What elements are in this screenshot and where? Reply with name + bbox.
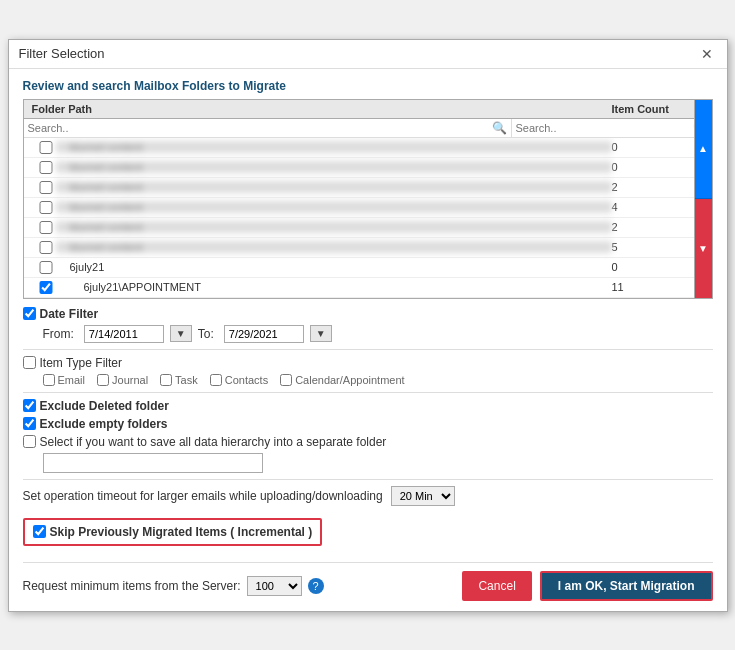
from-date-input[interactable]	[84, 325, 164, 343]
search-left: 🔍	[24, 119, 512, 137]
row-checkbox[interactable]	[38, 281, 54, 294]
item-type-filter-checkbox[interactable]	[23, 356, 36, 369]
separator-1	[23, 349, 713, 350]
save-hierarchy-text: Select if you want to save all data hier…	[40, 435, 387, 449]
timeout-row: Set operation timeout for larger emails …	[23, 486, 713, 506]
row-folder-name: 6july21\APPOINTMENT	[56, 281, 612, 293]
close-button[interactable]: ✕	[697, 46, 717, 62]
title-bar: Filter Selection ✕	[9, 40, 727, 69]
item-type-task[interactable]: Task	[160, 374, 198, 386]
help-icon[interactable]: ?	[308, 578, 324, 594]
search-row: 🔍 🔍	[24, 119, 712, 138]
search-right: 🔍	[512, 119, 712, 137]
to-date-picker-btn[interactable]: ▼	[310, 325, 332, 342]
bottom-row: Request minimum items from the Server: 1…	[23, 562, 713, 601]
table-row[interactable]: blurred content4	[24, 198, 712, 218]
table-row[interactable]: 6july210	[24, 258, 712, 278]
item-type-filter-label[interactable]: Item Type Filter	[23, 356, 713, 370]
request-select[interactable]: 1002005001000	[247, 576, 302, 596]
item-type-contacts[interactable]: Contacts	[210, 374, 268, 386]
exclude-empty-text: Exclude empty folders	[40, 417, 168, 431]
exclude-deleted-checkbox[interactable]	[23, 399, 36, 412]
skip-incremental-text: Skip Previously Migrated Items ( Increme…	[50, 525, 313, 539]
table-row[interactable]: blurred content0	[24, 158, 712, 178]
row-folder-name: blurred content	[56, 201, 612, 213]
row-folder-name: blurred content	[56, 141, 612, 153]
exclude-empty-checkbox[interactable]	[23, 417, 36, 430]
skip-incremental-wrapper: Skip Previously Migrated Items ( Increme…	[23, 512, 713, 552]
row-checkbox[interactable]	[38, 141, 54, 154]
row-folder-name: blurred content	[56, 221, 612, 233]
hierarchy-folder-input[interactable]	[43, 453, 263, 473]
cancel-button[interactable]: Cancel	[462, 571, 531, 601]
row-folder-name: blurred content	[56, 241, 612, 253]
date-filter-label[interactable]: Date Filter	[23, 307, 713, 321]
to-date-input[interactable]	[224, 325, 304, 343]
exclude-deleted-label[interactable]: Exclude Deleted folder	[23, 399, 169, 413]
table-row[interactable]: blurred content0	[24, 138, 712, 158]
table-row[interactable]: blurred content2	[24, 178, 712, 198]
row-folder-name: blurred content	[56, 161, 612, 173]
col-folder-path: Folder Path	[24, 103, 612, 115]
folder-search-input[interactable]	[28, 122, 488, 134]
scroll-down-btn[interactable]: ▼	[695, 199, 712, 298]
table-rows: blurred content0blurred content0blurred …	[24, 138, 712, 298]
bottom-left: Request minimum items from the Server: 1…	[23, 576, 324, 596]
item-type-filter-text: Item Type Filter	[40, 356, 122, 370]
count-search-input[interactable]	[516, 122, 689, 134]
save-hierarchy-row: Select if you want to save all data hier…	[23, 435, 713, 449]
separator-3	[23, 479, 713, 480]
scroll-up-btn[interactable]: ▲	[695, 100, 712, 200]
row-folder-name: 6july21	[56, 261, 612, 273]
table-row[interactable]: blurred content2	[24, 218, 712, 238]
save-hierarchy-label[interactable]: Select if you want to save all data hier…	[23, 435, 387, 449]
skip-incremental-label[interactable]: Skip Previously Migrated Items ( Increme…	[23, 518, 323, 546]
dialog-title: Filter Selection	[19, 46, 105, 61]
start-migration-button[interactable]: I am OK, Start Migration	[540, 571, 713, 601]
from-date-picker-btn[interactable]: ▼	[170, 325, 192, 342]
item-type-filter-section: Item Type Filter EmailJournalTaskContact…	[23, 356, 713, 386]
row-checkbox[interactable]	[38, 161, 54, 174]
save-hierarchy-checkbox[interactable]	[23, 435, 36, 448]
date-range-row: From: ▼ To: ▼	[43, 325, 713, 343]
item-type-calendar-appointment[interactable]: Calendar/Appointment	[280, 374, 404, 386]
date-filter-section: Date Filter From: ▼ To: ▼	[23, 307, 713, 343]
row-checkbox[interactable]	[38, 181, 54, 194]
item-type-email[interactable]: Email	[43, 374, 86, 386]
from-label: From:	[43, 327, 74, 341]
to-label: To:	[198, 327, 214, 341]
separator-2	[23, 392, 713, 393]
row-checkbox[interactable]	[38, 201, 54, 214]
scroll-buttons: ▲ ▼	[694, 100, 712, 298]
row-checkbox[interactable]	[38, 261, 54, 274]
table-row[interactable]: 6july21\APPOINTMENT11	[24, 278, 712, 298]
date-filter-checkbox[interactable]	[23, 307, 36, 320]
timeout-label: Set operation timeout for larger emails …	[23, 489, 383, 503]
row-folder-name: blurred content	[56, 181, 612, 193]
row-checkbox[interactable]	[38, 221, 54, 234]
exclude-deleted-row: Exclude Deleted folder	[23, 399, 713, 413]
item-types-row: EmailJournalTaskContactsCalendar/Appoint…	[43, 374, 713, 386]
exclude-empty-label[interactable]: Exclude empty folders	[23, 417, 168, 431]
request-label: Request minimum items from the Server:	[23, 579, 241, 593]
folder-search-icon: 🔍	[492, 121, 507, 135]
date-filter-text: Date Filter	[40, 307, 99, 321]
exclude-empty-row: Exclude empty folders	[23, 417, 713, 431]
bottom-right: Cancel I am OK, Start Migration	[462, 571, 712, 601]
table-row[interactable]: blurred content5	[24, 238, 712, 258]
folder-table: Folder Path Item Count 🔍 🔍 blurred conte…	[23, 99, 713, 299]
filter-selection-dialog: Filter Selection ✕ Review and search Mai…	[8, 39, 728, 612]
dialog-body: Review and search Mailbox Folders to Mig…	[9, 69, 727, 611]
exclude-deleted-text: Exclude Deleted folder	[40, 399, 169, 413]
timeout-select[interactable]: 20 Min30 Min45 Min60 Min	[391, 486, 455, 506]
item-type-journal[interactable]: Journal	[97, 374, 148, 386]
table-header: Folder Path Item Count	[24, 100, 712, 119]
section-title: Review and search Mailbox Folders to Mig…	[23, 79, 713, 93]
row-checkbox[interactable]	[38, 241, 54, 254]
skip-incremental-checkbox[interactable]	[33, 525, 46, 538]
